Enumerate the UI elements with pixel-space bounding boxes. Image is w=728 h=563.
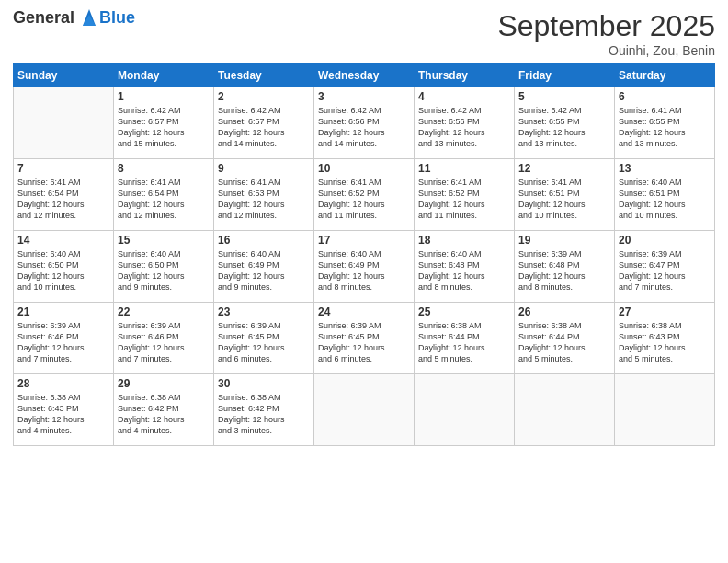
day-cell: 26Sunrise: 6:38 AM Sunset: 6:44 PM Dayli… bbox=[515, 303, 615, 374]
day-info: Sunrise: 6:39 AM Sunset: 6:46 PM Dayligh… bbox=[17, 320, 109, 365]
day-cell: 18Sunrise: 6:40 AM Sunset: 6:48 PM Dayli… bbox=[415, 231, 515, 303]
day-cell: 25Sunrise: 6:38 AM Sunset: 6:44 PM Dayli… bbox=[415, 303, 515, 374]
day-info: Sunrise: 6:38 AM Sunset: 6:43 PM Dayligh… bbox=[619, 320, 711, 365]
day-cell: 19Sunrise: 6:39 AM Sunset: 6:48 PM Dayli… bbox=[515, 231, 615, 303]
day-info: Sunrise: 6:40 AM Sunset: 6:49 PM Dayligh… bbox=[318, 248, 410, 293]
logo: General Blue bbox=[13, 9, 135, 28]
day-cell: 11Sunrise: 6:41 AM Sunset: 6:52 PM Dayli… bbox=[415, 159, 515, 231]
day-info: Sunrise: 6:40 AM Sunset: 6:50 PM Dayligh… bbox=[17, 248, 109, 293]
day-cell: 9Sunrise: 6:41 AM Sunset: 6:53 PM Daylig… bbox=[214, 159, 314, 231]
day-info: Sunrise: 6:41 AM Sunset: 6:55 PM Dayligh… bbox=[619, 105, 711, 150]
day-number: 15 bbox=[118, 234, 210, 247]
week-row-2: 7Sunrise: 6:41 AM Sunset: 6:54 PM Daylig… bbox=[14, 159, 715, 231]
week-row-3: 14Sunrise: 6:40 AM Sunset: 6:50 PM Dayli… bbox=[14, 231, 715, 303]
day-info: Sunrise: 6:42 AM Sunset: 6:57 PM Dayligh… bbox=[118, 105, 210, 150]
day-info: Sunrise: 6:41 AM Sunset: 6:53 PM Dayligh… bbox=[218, 177, 310, 222]
day-number: 24 bbox=[318, 305, 410, 318]
day-cell: 23Sunrise: 6:39 AM Sunset: 6:45 PM Dayli… bbox=[214, 303, 314, 374]
logo-general: General bbox=[13, 9, 97, 28]
day-number: 16 bbox=[218, 234, 310, 247]
day-cell: 7Sunrise: 6:41 AM Sunset: 6:54 PM Daylig… bbox=[14, 159, 114, 231]
day-number: 22 bbox=[118, 305, 210, 318]
day-info: Sunrise: 6:40 AM Sunset: 6:48 PM Dayligh… bbox=[418, 248, 510, 293]
day-cell: 16Sunrise: 6:40 AM Sunset: 6:49 PM Dayli… bbox=[214, 231, 314, 303]
day-cell bbox=[415, 374, 515, 446]
day-cell: 10Sunrise: 6:41 AM Sunset: 6:52 PM Dayli… bbox=[314, 159, 415, 231]
day-number: 3 bbox=[318, 90, 410, 103]
day-number: 17 bbox=[318, 234, 410, 247]
day-info: Sunrise: 6:41 AM Sunset: 6:52 PM Dayligh… bbox=[318, 177, 410, 222]
day-cell: 22Sunrise: 6:39 AM Sunset: 6:46 PM Dayli… bbox=[114, 303, 214, 374]
calendar-header: Sunday Monday Tuesday Wednesday Thursday… bbox=[14, 64, 715, 87]
day-cell: 1Sunrise: 6:42 AM Sunset: 6:57 PM Daylig… bbox=[114, 87, 214, 159]
month-title: September 2025 bbox=[497, 9, 715, 43]
day-info: Sunrise: 6:39 AM Sunset: 6:46 PM Dayligh… bbox=[118, 320, 210, 365]
day-number: 28 bbox=[17, 377, 109, 390]
day-number: 14 bbox=[17, 234, 109, 247]
location-subtitle: Ouinhi, Zou, Benin bbox=[497, 43, 715, 58]
day-info: Sunrise: 6:42 AM Sunset: 6:56 PM Dayligh… bbox=[318, 105, 410, 150]
header-row: Sunday Monday Tuesday Wednesday Thursday… bbox=[14, 64, 715, 87]
day-cell: 17Sunrise: 6:40 AM Sunset: 6:49 PM Dayli… bbox=[314, 231, 415, 303]
day-cell: 6Sunrise: 6:41 AM Sunset: 6:55 PM Daylig… bbox=[615, 87, 715, 159]
day-info: Sunrise: 6:38 AM Sunset: 6:42 PM Dayligh… bbox=[218, 392, 310, 437]
day-info: Sunrise: 6:40 AM Sunset: 6:49 PM Dayligh… bbox=[218, 248, 310, 293]
day-number: 30 bbox=[218, 377, 310, 390]
day-cell: 28Sunrise: 6:38 AM Sunset: 6:43 PM Dayli… bbox=[14, 374, 114, 446]
svg-marker-1 bbox=[83, 15, 96, 26]
day-info: Sunrise: 6:39 AM Sunset: 6:45 PM Dayligh… bbox=[318, 320, 410, 365]
day-number: 27 bbox=[619, 305, 711, 318]
day-number: 2 bbox=[218, 90, 310, 103]
week-row-5: 28Sunrise: 6:38 AM Sunset: 6:43 PM Dayli… bbox=[14, 374, 715, 446]
day-cell bbox=[314, 374, 415, 446]
col-tuesday: Tuesday bbox=[214, 64, 314, 87]
day-cell: 29Sunrise: 6:38 AM Sunset: 6:42 PM Dayli… bbox=[114, 374, 214, 446]
day-cell bbox=[515, 374, 615, 446]
day-cell: 8Sunrise: 6:41 AM Sunset: 6:54 PM Daylig… bbox=[114, 159, 214, 231]
day-number: 20 bbox=[619, 234, 711, 247]
day-info: Sunrise: 6:38 AM Sunset: 6:44 PM Dayligh… bbox=[418, 320, 510, 365]
day-info: Sunrise: 6:42 AM Sunset: 6:57 PM Dayligh… bbox=[218, 105, 310, 150]
day-cell: 24Sunrise: 6:39 AM Sunset: 6:45 PM Dayli… bbox=[314, 303, 415, 374]
day-number: 4 bbox=[418, 90, 510, 103]
day-info: Sunrise: 6:41 AM Sunset: 6:54 PM Dayligh… bbox=[17, 177, 109, 222]
day-cell: 4Sunrise: 6:42 AM Sunset: 6:56 PM Daylig… bbox=[415, 87, 515, 159]
calendar-table: Sunday Monday Tuesday Wednesday Thursday… bbox=[13, 63, 715, 446]
day-info: Sunrise: 6:39 AM Sunset: 6:47 PM Dayligh… bbox=[619, 248, 711, 293]
day-info: Sunrise: 6:40 AM Sunset: 6:50 PM Dayligh… bbox=[118, 248, 210, 293]
page: General Blue September 2025 Ouinhi, Zou,… bbox=[0, 0, 728, 563]
day-info: Sunrise: 6:39 AM Sunset: 6:45 PM Dayligh… bbox=[218, 320, 310, 365]
day-number: 7 bbox=[17, 162, 109, 175]
week-row-1: 1Sunrise: 6:42 AM Sunset: 6:57 PM Daylig… bbox=[14, 87, 715, 159]
day-number: 26 bbox=[518, 305, 610, 318]
day-number: 8 bbox=[118, 162, 210, 175]
day-number: 9 bbox=[218, 162, 310, 175]
day-info: Sunrise: 6:42 AM Sunset: 6:56 PM Dayligh… bbox=[418, 105, 510, 150]
day-info: Sunrise: 6:41 AM Sunset: 6:54 PM Dayligh… bbox=[118, 177, 210, 222]
day-info: Sunrise: 6:40 AM Sunset: 6:51 PM Dayligh… bbox=[619, 177, 711, 222]
day-number: 10 bbox=[318, 162, 410, 175]
logo-blue: Blue bbox=[99, 9, 135, 28]
day-number: 12 bbox=[518, 162, 610, 175]
day-number: 25 bbox=[418, 305, 510, 318]
day-number: 11 bbox=[418, 162, 510, 175]
col-saturday: Saturday bbox=[615, 64, 715, 87]
day-cell: 30Sunrise: 6:38 AM Sunset: 6:42 PM Dayli… bbox=[214, 374, 314, 446]
day-cell bbox=[14, 87, 114, 159]
col-thursday: Thursday bbox=[415, 64, 515, 87]
day-info: Sunrise: 6:39 AM Sunset: 6:48 PM Dayligh… bbox=[518, 248, 610, 293]
week-row-4: 21Sunrise: 6:39 AM Sunset: 6:46 PM Dayli… bbox=[14, 303, 715, 374]
day-number: 6 bbox=[619, 90, 711, 103]
day-cell: 5Sunrise: 6:42 AM Sunset: 6:55 PM Daylig… bbox=[515, 87, 615, 159]
day-number: 1 bbox=[118, 90, 210, 103]
day-number: 5 bbox=[518, 90, 610, 103]
col-sunday: Sunday bbox=[14, 64, 114, 87]
day-info: Sunrise: 6:41 AM Sunset: 6:52 PM Dayligh… bbox=[418, 177, 510, 222]
header: General Blue September 2025 Ouinhi, Zou,… bbox=[13, 9, 715, 58]
day-cell: 21Sunrise: 6:39 AM Sunset: 6:46 PM Dayli… bbox=[14, 303, 114, 374]
col-friday: Friday bbox=[515, 64, 615, 87]
title-block: September 2025 Ouinhi, Zou, Benin bbox=[497, 9, 715, 58]
day-cell: 2Sunrise: 6:42 AM Sunset: 6:57 PM Daylig… bbox=[214, 87, 314, 159]
col-wednesday: Wednesday bbox=[314, 64, 415, 87]
day-cell: 14Sunrise: 6:40 AM Sunset: 6:50 PM Dayli… bbox=[14, 231, 114, 303]
